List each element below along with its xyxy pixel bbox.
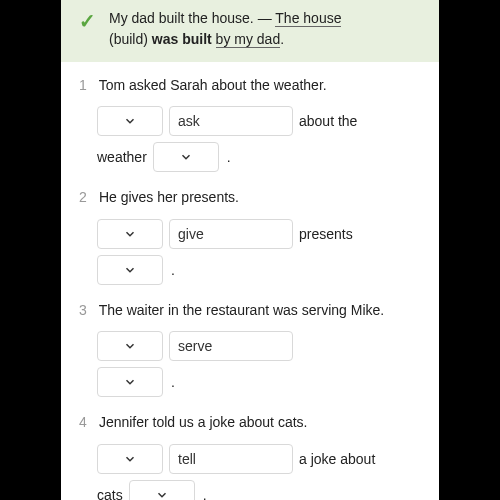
verb-input[interactable]: ask: [169, 106, 293, 136]
chevron-down-icon: [179, 150, 193, 164]
question-1: 1 Tom asked Sarah about the weather.: [61, 62, 439, 102]
answer-line-2: .: [61, 363, 439, 399]
answer-line-2: .: [61, 251, 439, 287]
verb-input[interactable]: serve: [169, 331, 293, 361]
question-4: 4 Jennifer told us a joke about cats.: [61, 399, 439, 439]
subject-dropdown[interactable]: [97, 444, 163, 474]
period: .: [201, 487, 207, 500]
question-number: 3: [79, 299, 95, 321]
chevron-down-icon: [123, 263, 137, 277]
question-number: 1: [79, 74, 95, 96]
example-text-3: [212, 31, 216, 47]
after-verb-text: a joke about: [299, 449, 375, 469]
answer-line: tell a joke about: [61, 440, 439, 476]
subject-dropdown[interactable]: [97, 106, 163, 136]
agent-dropdown[interactable]: [129, 480, 195, 500]
worksheet-page: ✓ My dad built the house. — The house (b…: [61, 0, 439, 500]
check-icon: ✓: [79, 6, 96, 36]
after-verb-text: about the: [299, 111, 357, 131]
example-text-2: (build): [109, 31, 152, 47]
question-prompt: Tom asked Sarah about the weather.: [99, 77, 327, 93]
chevron-down-icon: [123, 227, 137, 241]
answer-line: give presents: [61, 215, 439, 251]
example-box: ✓ My dad built the house. — The house (b…: [61, 0, 439, 62]
subject-dropdown[interactable]: [97, 331, 163, 361]
chevron-down-icon: [155, 488, 169, 500]
verb-input[interactable]: tell: [169, 444, 293, 474]
period: .: [225, 149, 231, 165]
chevron-down-icon: [123, 114, 137, 128]
answer-line-2: cats .: [61, 476, 439, 500]
question-2: 2 He gives her presents.: [61, 174, 439, 214]
agent-dropdown[interactable]: [97, 255, 163, 285]
agent-dropdown[interactable]: [153, 142, 219, 172]
answer-line: ask about the: [61, 102, 439, 138]
chevron-down-icon: [123, 339, 137, 353]
after-verb-text: presents: [299, 224, 353, 244]
continuation-text: weather: [97, 147, 147, 167]
example-underlined-2: by my dad: [216, 31, 281, 48]
agent-dropdown[interactable]: [97, 367, 163, 397]
question-prompt: The waiter in the restaurant was serving…: [99, 302, 385, 318]
chevron-down-icon: [123, 375, 137, 389]
example-underlined-1: The house: [275, 10, 341, 27]
question-3: 3 The waiter in the restaurant was servi…: [61, 287, 439, 327]
chevron-down-icon: [123, 452, 137, 466]
example-text-1: My dad built the house. —: [109, 10, 275, 26]
example-text-4: .: [280, 31, 284, 47]
period: .: [169, 262, 175, 278]
continuation-text: cats: [97, 485, 123, 500]
question-prompt: He gives her presents.: [99, 189, 239, 205]
question-number: 4: [79, 411, 95, 433]
period: .: [169, 374, 175, 390]
subject-dropdown[interactable]: [97, 219, 163, 249]
example-bold: was built: [152, 31, 212, 47]
verb-input[interactable]: give: [169, 219, 293, 249]
question-prompt: Jennifer told us a joke about cats.: [99, 414, 308, 430]
question-number: 2: [79, 186, 95, 208]
answer-line-2: weather .: [61, 138, 439, 174]
answer-line: serve: [61, 327, 439, 363]
